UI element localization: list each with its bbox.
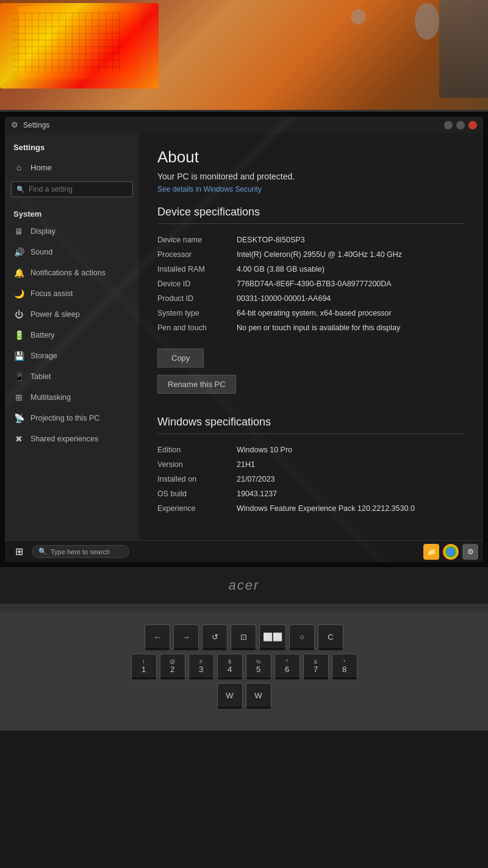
device-section-title: Device specifications <box>157 206 465 224</box>
key-windows[interactable]: ⬜⬜ <box>259 624 286 650</box>
sidebar-item-shared[interactable]: ✖ Shared experiences <box>5 429 139 449</box>
notifications-icon: 🔔 <box>13 268 24 278</box>
spec-label-os-build: OS build <box>157 486 237 501</box>
sidebar-item-projecting[interactable]: 📡 Projecting to this PC <box>5 408 139 429</box>
key-forward[interactable]: → <box>173 624 199 650</box>
acer-logo-bar: acer <box>0 567 488 604</box>
spec-label-pen-touch: Pen and touch <box>157 320 237 335</box>
taskbar-chrome[interactable] <box>443 544 459 560</box>
key-4[interactable]: $ 4 <box>217 654 243 679</box>
taskbar-file-explorer[interactable]: 📁 <box>423 544 439 560</box>
keyboard-row-numbers: ! 1 @ 2 # 3 $ 4 % 5 ^ 6 <box>9 654 479 679</box>
key-c-special[interactable]: C <box>318 624 343 650</box>
sidebar-item-display[interactable]: 🖥 Display <box>5 221 139 242</box>
sidebar-item-focus[interactable]: 🌙 Focus assist <box>5 283 139 304</box>
close-button[interactable] <box>468 121 477 129</box>
spec-label-device-id: Device ID <box>157 277 237 291</box>
settings-gear-icon: ⚙ <box>467 548 474 556</box>
spec-value-device-id: 776BD74A-8E6F-4390-B7B3-0A89777200DA <box>237 277 465 291</box>
windows-spec-table: Edition Windows 10 Pro Version 21H1 Inst… <box>157 443 465 516</box>
taskbar-search-icon: 🔍 <box>38 548 47 555</box>
battery-icon: 🔋 <box>13 330 24 340</box>
minimize-button[interactable] <box>444 121 453 129</box>
taskbar-settings[interactable]: ⚙ <box>462 544 478 560</box>
maximize-button[interactable] <box>456 121 465 129</box>
key-w-left[interactable]: W <box>217 683 243 709</box>
spec-label-installed-on: Installed on <box>157 472 237 486</box>
tablet-icon: 📱 <box>13 372 24 382</box>
spec-value-os-build: 19043.1237 <box>237 486 465 501</box>
key-w-right[interactable]: W <box>246 683 271 709</box>
keyboard-row-qwerty: W W <box>9 683 479 709</box>
spec-value-ram: 4.00 GB (3.88 GB usable) <box>237 262 465 277</box>
sidebar-item-label-projecting: Projecting to this PC <box>30 414 99 422</box>
spec-label-system-type: System type <box>157 306 237 320</box>
sidebar-item-label-tablet: Tablet <box>30 372 51 381</box>
sidebar-item-power[interactable]: ⏻ Power & sleep <box>5 304 139 325</box>
taskbar-pinned-icons: 📁 ⚙ <box>423 544 478 560</box>
table-row: Product ID 00331-10000-00001-AA694 <box>157 291 465 306</box>
spec-value-version: 21H1 <box>237 457 465 472</box>
sidebar-item-label-notifications: Notifications & actions <box>30 269 106 277</box>
sidebar-item-label-battery: Battery <box>30 331 55 339</box>
photo-background <box>0 0 488 110</box>
spec-label-processor: Processor <box>157 247 237 262</box>
sidebar-item-storage[interactable]: 💾 Storage <box>5 345 139 366</box>
key-circle[interactable]: ○ <box>289 624 315 650</box>
power-icon: ⏻ <box>13 309 24 319</box>
table-row: Installed RAM 4.00 GB (3.88 GB usable) <box>157 262 465 277</box>
sidebar-item-label-storage: Storage <box>30 352 57 360</box>
key-1[interactable]: ! 1 <box>131 654 157 679</box>
sidebar-item-multitasking[interactable]: ⊞ Multitasking <box>5 387 139 408</box>
sidebar-item-label-multitasking: Multitasking <box>30 393 71 402</box>
key-2[interactable]: @ 2 <box>160 654 185 679</box>
key-screen[interactable]: ⊡ <box>231 624 256 650</box>
table-row: Device name DESKTOP-8I50SP3 <box>157 233 465 247</box>
key-8[interactable]: * 8 <box>332 654 357 679</box>
taskbar-search[interactable]: 🔍 Type here to search <box>32 545 129 558</box>
shared-icon: ✖ <box>13 434 24 444</box>
copy-button[interactable]: Copy <box>157 349 204 367</box>
sidebar-item-battery[interactable]: 🔋 Battery <box>5 325 139 345</box>
rename-button[interactable]: Rename this PC <box>157 375 236 394</box>
spec-label-experience: Experience <box>157 501 237 516</box>
key-back[interactable]: ← <box>145 624 170 650</box>
sidebar-home-label: Home <box>30 163 52 172</box>
table-row: OS build 19043.1237 <box>157 486 465 501</box>
sidebar-search-box[interactable]: 🔍 <box>11 181 133 197</box>
table-row: Processor Intel(R) Celeron(R) 2955U @ 1.… <box>157 247 465 262</box>
spec-label-product-id: Product ID <box>157 291 237 306</box>
spec-value-device-name: DESKTOP-8I50SP3 <box>237 233 465 247</box>
hinge-bar <box>0 604 488 612</box>
spec-value-edition: Windows 10 Pro <box>237 443 465 457</box>
key-6[interactable]: ^ 6 <box>274 654 300 679</box>
security-link[interactable]: See details in Windows Security <box>157 185 465 193</box>
display-icon: 🖥 <box>13 226 24 236</box>
focus-icon: 🌙 <box>13 289 24 298</box>
search-icon: 🔍 <box>16 186 25 193</box>
sidebar-item-label-shared: Shared experiences <box>30 435 98 443</box>
search-input[interactable] <box>29 185 127 193</box>
sound-icon: 🔊 <box>13 247 24 257</box>
spec-value-product-id: 00331-10000-00001-AA694 <box>237 291 465 306</box>
page-title: About <box>157 148 465 167</box>
projecting-icon: 📡 <box>13 413 24 423</box>
sidebar-item-tablet[interactable]: 📱 Tablet <box>5 366 139 387</box>
table-row: Device ID 776BD74A-8E6F-4390-B7B3-0A8977… <box>157 277 465 291</box>
table-row: Pen and touch No pen or touch input is a… <box>157 320 465 335</box>
sidebar-item-sound[interactable]: 🔊 Sound <box>5 242 139 262</box>
sidebar-item-notifications[interactable]: 🔔 Notifications & actions <box>5 262 139 283</box>
spec-value-installed-on: 21/07/2023 <box>237 472 465 486</box>
main-content: About Your PC is monitored and protected… <box>139 133 483 540</box>
key-3[interactable]: # 3 <box>188 654 214 679</box>
start-button[interactable]: ⊞ <box>10 543 28 561</box>
sidebar-item-label-sound: Sound <box>30 248 52 256</box>
protected-text: Your PC is monitored and protected. <box>157 172 465 181</box>
table-row: Installed on 21/07/2023 <box>157 472 465 486</box>
title-bar: ⚙ Settings <box>5 117 483 133</box>
key-5[interactable]: % 5 <box>246 654 271 679</box>
key-refresh[interactable]: ↺ <box>202 624 228 650</box>
sidebar-item-home[interactable]: ⌂ Home <box>5 157 139 178</box>
key-7[interactable]: & 7 <box>303 654 329 679</box>
title-bar-title: Settings <box>23 121 49 129</box>
